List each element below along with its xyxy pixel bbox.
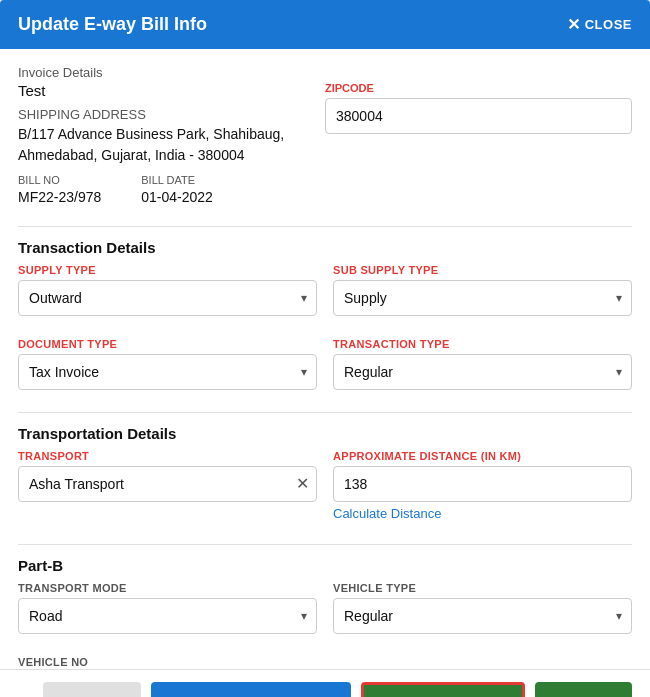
distance-input[interactable] xyxy=(333,466,632,502)
partb-section-title: Part-B xyxy=(18,557,632,574)
transport-group: TRANSPORT ✕ xyxy=(18,450,317,522)
supply-type-wrapper: Outward Inward ▾ xyxy=(18,280,317,316)
sub-supply-type-group: SUB SUPPLY TYPE Supply Import Export Job… xyxy=(333,264,632,316)
close-label: CLOSE xyxy=(585,17,632,32)
transaction-type-label: TRANSACTION TYPE xyxy=(333,338,632,350)
transportation-section-title: Transportation Details xyxy=(18,425,632,442)
invoice-details-section: Invoice Details Test SHIPPING ADDRESS B/… xyxy=(18,65,632,218)
document-type-label: DOCUMENT TYPE xyxy=(18,338,317,350)
transaction-row-1: SUPPLY TYPE Outward Inward ▾ SUB SUPPLY … xyxy=(18,264,632,326)
distance-label: APPROXIMATE DISTANCE (IN KM) xyxy=(333,450,632,462)
sub-supply-type-wrapper: Supply Import Export Job Work ▾ xyxy=(333,280,632,316)
divider-1 xyxy=(18,226,632,227)
document-type-wrapper: Tax Invoice Bill of Supply Bill of Entry… xyxy=(18,354,317,390)
divider-3 xyxy=(18,544,632,545)
dismiss-button[interactable]: DISMISS xyxy=(43,682,141,697)
partb-section: Part-B TRANSPORT MODE Road Rail Air Ship… xyxy=(18,557,632,669)
transaction-type-group: TRANSACTION TYPE Regular Bill To - Ship … xyxy=(333,338,632,390)
modal-header: Update E-way Bill Info ✕ CLOSE xyxy=(0,0,650,49)
transaction-type-select[interactable]: Regular Bill To - Ship To Bill From - Di… xyxy=(333,354,632,390)
vehicle-type-wrapper: Regular Over Dimensional Cargo ▾ xyxy=(333,598,632,634)
transport-input-wrapper: ✕ xyxy=(18,466,317,502)
invoice-right: ZIPCODE xyxy=(325,82,632,218)
transport-mode-group: TRANSPORT MODE Road Rail Air Ship ▾ xyxy=(18,582,317,634)
modal-body: Invoice Details Test SHIPPING ADDRESS B/… xyxy=(0,49,650,669)
supply-type-group: SUPPLY TYPE Outward Inward ▾ xyxy=(18,264,317,316)
document-type-select[interactable]: Tax Invoice Bill of Supply Bill of Entry… xyxy=(18,354,317,390)
bill-no-value: MF22-23/978 xyxy=(18,189,101,205)
bill-date-value: 01-04-2022 xyxy=(141,189,213,205)
transport-mode-select[interactable]: Road Rail Air Ship xyxy=(18,598,317,634)
supply-type-select[interactable]: Outward Inward xyxy=(18,280,317,316)
clear-icon[interactable]: ✕ xyxy=(296,476,309,492)
transport-input[interactable] xyxy=(18,466,317,502)
distance-group: APPROXIMATE DISTANCE (IN KM) Calculate D… xyxy=(333,450,632,522)
bill-date-field: BILL DATE 01-04-2022 xyxy=(141,174,213,206)
bill-row: BILL NO MF22-23/978 BILL DATE 01-04-2022 xyxy=(18,174,325,206)
shipping-address-value: B/117 Advance Business Park, Shahibaug, … xyxy=(18,124,325,166)
calculate-distance-link[interactable]: Calculate Distance xyxy=(333,506,441,521)
bill-date-label: BILL DATE xyxy=(141,174,213,186)
bill-no-label: BILL NO xyxy=(18,174,101,186)
vehicle-no-row: VEHICLE NO Eg: GJ01XX0000 xyxy=(18,656,325,669)
vehicle-no-label: VEHICLE NO xyxy=(18,656,317,668)
transaction-row-2: DOCUMENT TYPE Tax Invoice Bill of Supply… xyxy=(18,338,632,400)
transaction-type-wrapper: Regular Bill To - Ship To Bill From - Di… xyxy=(333,354,632,390)
transport-label: TRANSPORT xyxy=(18,450,317,462)
zipcode-field-group: ZIPCODE xyxy=(325,82,632,134)
invoice-details-label: Invoice Details xyxy=(18,65,632,80)
partb-row-1: TRANSPORT MODE Road Rail Air Ship ▾ VEHI… xyxy=(18,582,632,644)
sub-supply-type-label: SUB SUPPLY TYPE xyxy=(333,264,632,276)
invoice-left: Test SHIPPING ADDRESS B/117 Advance Busi… xyxy=(18,82,325,218)
generate-json-button[interactable]: GENERATE JSON xyxy=(361,682,526,697)
update-eway-bill-modal: Update E-way Bill Info ✕ CLOSE Invoice D… xyxy=(0,0,650,697)
bill-no-field: BILL NO MF22-23/978 xyxy=(18,174,101,206)
modal-footer: DISMISS GENERATE E-WAY BILL GENERATE JSO… xyxy=(0,669,650,697)
close-icon: ✕ xyxy=(567,15,581,34)
divider-2 xyxy=(18,412,632,413)
vehicle-type-group: VEHICLE TYPE Regular Over Dimensional Ca… xyxy=(333,582,632,634)
transport-mode-label: TRANSPORT MODE xyxy=(18,582,317,594)
vehicle-type-select[interactable]: Regular Over Dimensional Cargo xyxy=(333,598,632,634)
transport-mode-wrapper: Road Rail Air Ship ▾ xyxy=(18,598,317,634)
generate-eway-bill-button[interactable]: GENERATE E-WAY BILL xyxy=(151,682,351,697)
shipping-address-label: SHIPPING ADDRESS xyxy=(18,107,325,122)
modal-title: Update E-way Bill Info xyxy=(18,14,207,35)
transaction-details-section: Transaction Details SUPPLY TYPE Outward … xyxy=(18,239,632,400)
close-button[interactable]: ✕ CLOSE xyxy=(567,15,632,34)
vehicle-type-label: VEHICLE TYPE xyxy=(333,582,632,594)
invoice-info: Test SHIPPING ADDRESS B/117 Advance Busi… xyxy=(18,82,632,218)
sub-supply-type-select[interactable]: Supply Import Export Job Work xyxy=(333,280,632,316)
transaction-section-title: Transaction Details xyxy=(18,239,632,256)
zipcode-label: ZIPCODE xyxy=(325,82,632,94)
transportation-row: TRANSPORT ✕ APPROXIMATE DISTANCE (IN KM)… xyxy=(18,450,632,532)
invoice-name: Test xyxy=(18,82,325,99)
supply-type-label: SUPPLY TYPE xyxy=(18,264,317,276)
update-button[interactable]: UPDATE xyxy=(535,682,632,697)
document-type-group: DOCUMENT TYPE Tax Invoice Bill of Supply… xyxy=(18,338,317,390)
transportation-details-section: Transportation Details TRANSPORT ✕ APPRO… xyxy=(18,425,632,532)
zipcode-input[interactable] xyxy=(325,98,632,134)
